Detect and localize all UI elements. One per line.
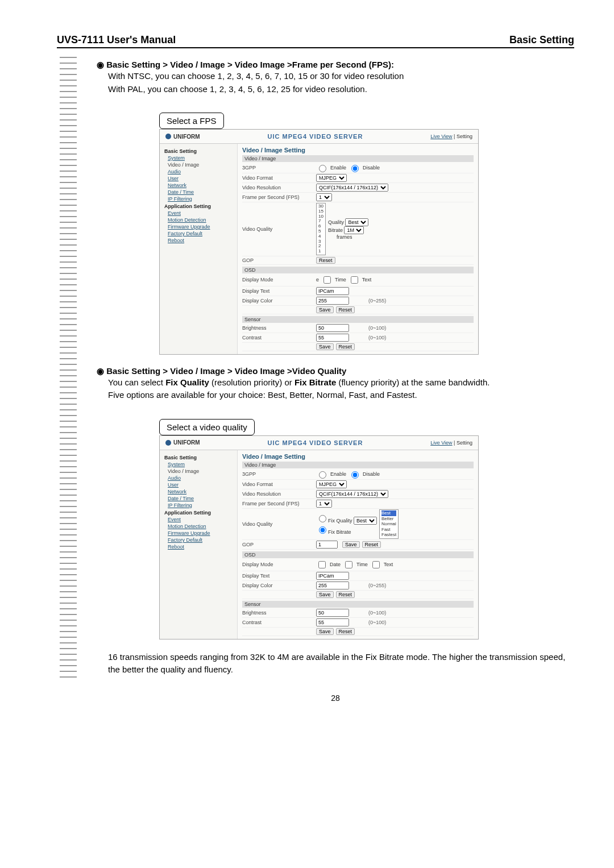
contrast-input[interactable] xyxy=(316,334,349,342)
cb-time[interactable] xyxy=(323,276,331,284)
server-title: UIC MPEG4 VIDEO SERVER xyxy=(268,133,363,140)
fps-dropdown-list[interactable]: 30 15 10 7 6 5 4 3 2 1 xyxy=(316,203,326,255)
nav-firmware[interactable]: Firmware Upgrade xyxy=(168,224,233,230)
header-left: UVS-7111 User's Manual xyxy=(57,34,176,46)
quality-section-title: Basic Setting > Video / Image > Video Im… xyxy=(97,366,574,376)
main-title: Video / Image Setting xyxy=(242,147,474,153)
fps-section-title: Basic Setting > Video / Image > Video Im… xyxy=(97,60,574,70)
screenshot-fps: UNIFORM UIC MPEG4 VIDEO SERVER Live View… xyxy=(159,129,479,355)
nav-factory[interactable]: Factory Default xyxy=(168,231,233,236)
bitrate-select[interactable]: 1M xyxy=(344,226,364,234)
save-btn2[interactable]: Save xyxy=(316,343,334,350)
quality-dropdown-list[interactable]: Best Better Normal Fast Fastest xyxy=(379,509,399,539)
logo: UNIFORM xyxy=(165,134,200,140)
3gpp-disable[interactable] xyxy=(351,165,359,172)
reset-btn3[interactable]: Reset xyxy=(336,343,355,350)
quality-body: You can select Fix Quality (resolution p… xyxy=(108,376,574,402)
quality-callout: Select a video quality xyxy=(159,419,255,435)
page-number: 28 xyxy=(97,693,574,703)
sidebar-nav2: Basic Setting System Video / Image Audio… xyxy=(160,450,238,639)
nav-event[interactable]: Event xyxy=(168,210,233,216)
display-text-input[interactable] xyxy=(316,287,349,295)
page-header: UVS-7111 User's Manual Basic Setting xyxy=(57,34,574,48)
save-btn[interactable]: Save xyxy=(316,306,334,313)
screenshot-quality: UNIFORM UIC MPEG4 VIDEO SERVER Live View… xyxy=(159,435,479,639)
header-right: Basic Setting xyxy=(509,34,574,46)
fix-bitrate-radio[interactable] xyxy=(319,526,326,534)
nav-system[interactable]: System xyxy=(168,155,233,161)
fps-callout: Select a FPS xyxy=(159,113,224,129)
color-input[interactable] xyxy=(316,297,349,305)
fix-quality-radio[interactable] xyxy=(319,515,326,522)
live-view-link[interactable]: Live View xyxy=(430,134,452,139)
spiral-binding xyxy=(60,57,77,682)
nav-ipfilter[interactable]: IP Filtering xyxy=(168,196,233,202)
brightness-input[interactable] xyxy=(316,324,349,332)
live-view-link2[interactable]: Live View xyxy=(430,440,452,446)
nav-reboot[interactable]: Reboot xyxy=(168,238,233,243)
format-select[interactable]: MJPEG xyxy=(316,174,347,182)
nav-datetime[interactable]: Date / Time xyxy=(168,189,233,195)
3gpp-enable[interactable] xyxy=(319,165,326,172)
quality-footer: 16 transmission speeds ranging from 32K … xyxy=(108,651,574,676)
reset-btn[interactable]: Reset xyxy=(316,257,335,264)
nav-audio[interactable]: Audio xyxy=(168,169,233,175)
res-select[interactable]: QCIF(176x144 / 176x112) xyxy=(316,184,388,192)
nav-video[interactable]: Video / Image xyxy=(168,162,233,168)
header-links: Live View | Setting xyxy=(430,134,472,139)
cb-text[interactable] xyxy=(351,276,358,284)
nav-user[interactable]: User xyxy=(168,176,233,181)
fps-select[interactable]: 1 xyxy=(316,193,332,201)
sidebar-nav: Basic Setting System Video / Image Audio… xyxy=(160,144,238,354)
fps-body: With NTSC, you can choose 1, 2, 3, 4, 5,… xyxy=(108,70,574,95)
quality-select[interactable]: Best xyxy=(345,218,368,226)
reset-btn2[interactable]: Reset xyxy=(336,306,355,313)
nav-motion[interactable]: Motion Detection xyxy=(168,217,233,223)
nav-network[interactable]: Network xyxy=(168,182,233,188)
logo2: UNIFORM xyxy=(165,439,200,446)
